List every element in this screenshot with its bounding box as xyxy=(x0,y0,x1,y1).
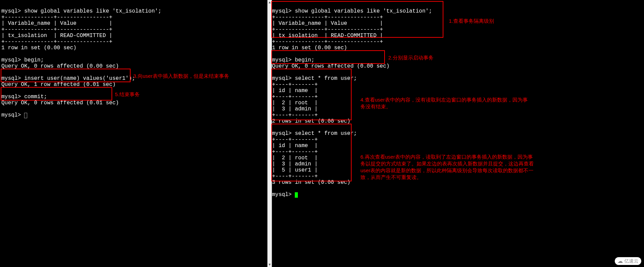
left-begin-output: mysql> begin; Query OK, 0 rows affected … xyxy=(1,57,119,69)
right-begin-output: mysql> begin; Query OK, 0 rows affected … xyxy=(272,57,390,69)
left-isolation-output: mysql> show global variables like 'tx_is… xyxy=(1,8,161,51)
annotation-3: 3.向user表中插入新数据，但是未结束事务 xyxy=(133,73,256,79)
scroll-up-icon[interactable]: ▲ xyxy=(267,0,272,5)
left-insert-output: mysql> insert user(name) values('user1')… xyxy=(1,75,135,88)
right-terminal[interactable]: mysql> show global variables like 'tx_is… xyxy=(272,0,537,267)
cloud-icon: ☁ xyxy=(617,258,623,264)
annotation-6: 6.再次查看user表中的内容，读取到了左边窗口的事务插入的新数据，因为事务以提… xyxy=(360,154,534,181)
annotation-5: 5.结束事务 xyxy=(115,91,156,98)
left-terminal[interactable]: mysql> show global variables like 'tx_is… xyxy=(1,0,267,267)
pane-divider-scrollbar[interactable] xyxy=(267,0,272,267)
scroll-down-icon[interactable]: ▼ xyxy=(267,262,272,267)
right-prompt: mysql> xyxy=(272,192,295,198)
cursor-icon xyxy=(24,113,27,118)
left-commit-output: mysql> commit; Query OK, 0 rows affected… xyxy=(1,94,119,106)
cursor-icon xyxy=(295,192,298,198)
watermark-badge: ☁ 亿速云 xyxy=(615,257,641,265)
right-isolation-output: mysql> show global variables like 'tx_is… xyxy=(272,8,432,51)
annotation-1: 1.查看事务隔离级别 xyxy=(449,18,517,24)
left-prompt: mysql> xyxy=(1,112,24,118)
watermark-text: 亿速云 xyxy=(624,258,639,264)
right-select1-output: mysql> select * from user; +----+-------… xyxy=(272,75,357,124)
right-select2-output: mysql> select * from user; +----+-------… xyxy=(272,130,357,185)
annotation-2: 2.分别显示启动事务 xyxy=(388,54,456,61)
annotation-4: 4.查看user表中的内容，没有读取到左边窗口的事务插入的新数据，因为事务没有结… xyxy=(360,96,530,110)
